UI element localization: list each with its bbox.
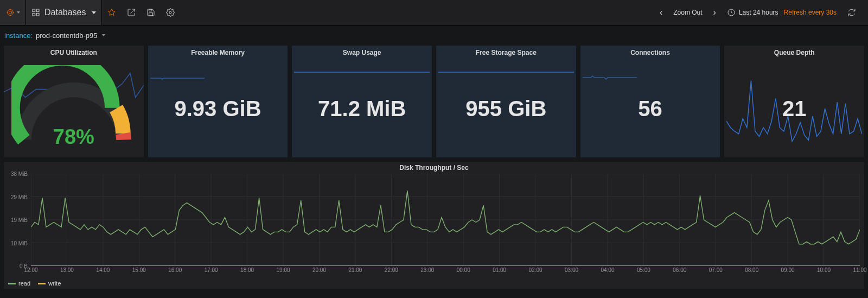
star-icon (107, 8, 116, 17)
settings-button[interactable] (161, 0, 180, 25)
swap-sparkline (294, 72, 430, 73)
connections-sparkline (583, 75, 637, 80)
panel-disk-throughput[interactable]: Disk Throughput / Sec 38 MiB29 MiB19 MiB… (3, 161, 865, 289)
variable-instance-value: prod-contentdb-p95 (36, 31, 97, 40)
save-icon (146, 8, 155, 17)
svg-point-1 (7, 10, 13, 16)
variable-instance-picker[interactable]: prod-contentdb-p95 (36, 31, 105, 40)
svg-rect-9 (36, 13, 39, 16)
swap-value: 71.2 MiB (318, 97, 406, 121)
chevron-right-icon: › (713, 8, 716, 17)
dashboard-title: Databases (44, 8, 86, 17)
panel-row-2: Disk Throughput / Sec 38 MiB29 MiB19 MiB… (0, 158, 868, 293)
panel-swap-usage[interactable]: Swap Usage 71.2 MiB (291, 45, 432, 158)
panel-connections[interactable]: Connections 56 (580, 45, 721, 158)
chart-legend: read write (8, 280, 61, 287)
svg-rect-7 (36, 9, 39, 12)
zoom-out-button[interactable]: Zoom Out (668, 0, 707, 25)
legend-swatch-read (8, 283, 16, 284)
variable-instance-label: instance: (4, 31, 33, 40)
panel-title: Connections (580, 46, 720, 60)
grid-icon (31, 8, 40, 17)
panel-title: Queue Depth (724, 46, 864, 60)
svg-rect-12 (149, 13, 152, 16)
share-icon (127, 8, 136, 17)
panel-title: Disk Throughput / Sec (4, 162, 864, 174)
cpu-gauge-value: 78% (11, 125, 136, 149)
panel-title: Freeable Memory (148, 46, 288, 60)
refresh-icon (847, 8, 856, 17)
refresh-button[interactable] (842, 0, 861, 25)
storage-value: 955 GiB (465, 97, 546, 121)
storage-sparkline (438, 72, 574, 73)
template-variable-row: instance: prod-contentdb-p95 (0, 26, 868, 45)
grafana-logo-button[interactable] (0, 0, 25, 25)
panel-freeable-memory[interactable]: Freeable Memory 9.93 GiB (148, 45, 289, 158)
chart-y-axis: 38 MiB29 MiB19 MiB10 MiB0 B (4, 174, 31, 266)
legend-item-write[interactable]: write (38, 280, 61, 287)
chart-x-axis: 12:0013:0014:0015:0016:0017:0018:0019:00… (31, 267, 860, 275)
panel-title: CPU Utilization (4, 46, 144, 60)
chevron-down-icon (102, 34, 105, 36)
grafana-logo-icon (6, 8, 15, 17)
chart-plot-area (31, 174, 860, 266)
svg-point-0 (9, 11, 11, 14)
connections-value: 56 (638, 97, 662, 121)
time-range-forward-button[interactable]: › (708, 0, 722, 25)
star-button[interactable] (102, 0, 122, 25)
svg-rect-8 (33, 13, 35, 16)
panel-queue-depth[interactable]: Queue Depth 21 (724, 45, 865, 158)
panel-row-1: CPU Utilization 78% Freeable Memory (0, 45, 868, 158)
time-range-back-button[interactable]: ‹ (654, 0, 668, 25)
legend-item-read[interactable]: read (8, 280, 30, 287)
panel-title: Free Storage Space (436, 46, 576, 60)
svg-rect-11 (149, 9, 151, 11)
top-navbar: Databases ‹ Zoom Out › Last 24 hours R (0, 0, 868, 26)
svg-point-13 (169, 11, 171, 14)
memory-sparkline (150, 76, 205, 80)
time-range-picker[interactable]: Last 24 hours Refresh every 30s (722, 0, 842, 25)
clock-icon (727, 8, 736, 17)
legend-swatch-write (38, 283, 46, 284)
dashboard-picker-button[interactable]: Databases (25, 0, 102, 25)
svg-line-10 (130, 9, 134, 13)
panel-free-storage[interactable]: Free Storage Space 955 GiB (436, 45, 577, 158)
svg-rect-6 (33, 9, 35, 12)
legend-label-read: read (18, 280, 30, 287)
save-button[interactable] (141, 0, 161, 25)
gear-icon (166, 8, 175, 17)
memory-value: 9.93 GiB (174, 97, 261, 121)
panel-cpu-utilization[interactable]: CPU Utilization 78% (3, 45, 144, 158)
panel-title: Swap Usage (292, 46, 432, 60)
legend-label-write: write (48, 280, 61, 287)
chevron-left-icon: ‹ (660, 8, 662, 17)
time-range-label: Last 24 hours (739, 9, 778, 16)
refresh-interval-label: Refresh every 30s (784, 9, 837, 16)
queue-value: 21 (782, 97, 807, 121)
share-button[interactable] (122, 0, 141, 25)
